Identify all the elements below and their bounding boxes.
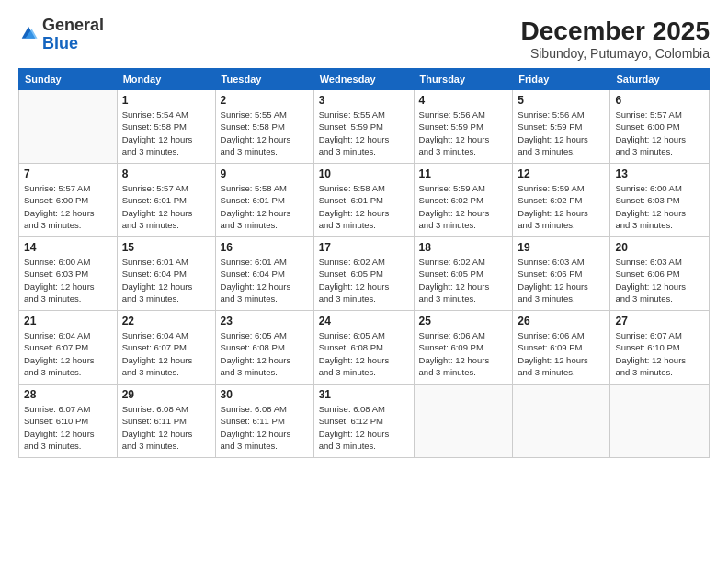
day-info: Sunrise: 6:06 AM Sunset: 6:09 PM Dayligh… <box>419 329 508 378</box>
day-info: Sunrise: 6:07 AM Sunset: 6:10 PM Dayligh… <box>24 403 112 452</box>
day-info: Sunrise: 5:59 AM Sunset: 6:02 PM Dayligh… <box>518 182 605 231</box>
day-number: 3 <box>319 94 409 107</box>
calendar-cell: 1Sunrise: 5:54 AM Sunset: 5:58 PM Daylig… <box>117 90 215 164</box>
day-info: Sunrise: 5:56 AM Sunset: 5:59 PM Dayligh… <box>518 109 605 157</box>
calendar-cell <box>414 385 513 458</box>
calendar-cell: 27Sunrise: 6:07 AM Sunset: 6:10 PM Dayli… <box>610 311 710 385</box>
weekday-thursday: Thursday <box>414 69 513 90</box>
week-row-3: 14Sunrise: 6:00 AM Sunset: 6:03 PM Dayli… <box>19 237 710 311</box>
calendar-cell: 21Sunrise: 6:04 AM Sunset: 6:07 PM Dayli… <box>19 311 118 385</box>
calendar-cell: 11Sunrise: 5:59 AM Sunset: 6:02 PM Dayli… <box>414 164 513 237</box>
calendar-cell: 12Sunrise: 5:59 AM Sunset: 6:02 PM Dayli… <box>513 164 610 237</box>
calendar-cell: 4Sunrise: 5:56 AM Sunset: 5:59 PM Daylig… <box>414 90 513 164</box>
day-info: Sunrise: 6:02 AM Sunset: 6:05 PM Dayligh… <box>319 256 409 304</box>
calendar-cell: 25Sunrise: 6:06 AM Sunset: 6:09 PM Dayli… <box>414 311 513 385</box>
day-number: 1 <box>122 94 210 107</box>
calendar-cell: 5Sunrise: 5:56 AM Sunset: 5:59 PM Daylig… <box>513 90 610 164</box>
calendar-cell: 18Sunrise: 6:02 AM Sunset: 6:05 PM Dayli… <box>414 237 513 311</box>
weekday-friday: Friday <box>513 69 610 90</box>
day-info: Sunrise: 6:04 AM Sunset: 6:07 PM Dayligh… <box>122 329 210 378</box>
logo: General Blue <box>18 17 104 53</box>
week-row-1: 1Sunrise: 5:54 AM Sunset: 5:58 PM Daylig… <box>19 90 710 164</box>
day-number: 23 <box>221 315 309 327</box>
day-number: 5 <box>518 94 605 107</box>
calendar-cell: 9Sunrise: 5:58 AM Sunset: 6:01 PM Daylig… <box>215 164 313 237</box>
day-info: Sunrise: 6:08 AM Sunset: 6:11 PM Dayligh… <box>221 403 309 452</box>
calendar-cell: 20Sunrise: 6:03 AM Sunset: 6:06 PM Dayli… <box>610 237 710 311</box>
calendar-header: Sunday Monday Tuesday Wednesday Thursday… <box>19 69 710 90</box>
calendar-cell: 10Sunrise: 5:58 AM Sunset: 6:01 PM Dayli… <box>313 164 414 237</box>
day-number: 29 <box>122 388 210 401</box>
day-info: Sunrise: 5:57 AM Sunset: 6:00 PM Dayligh… <box>615 109 704 157</box>
day-number: 10 <box>319 167 409 180</box>
day-number: 8 <box>122 167 210 180</box>
calendar-cell <box>610 385 710 458</box>
day-info: Sunrise: 5:58 AM Sunset: 6:01 PM Dayligh… <box>319 182 409 231</box>
calendar-cell: 28Sunrise: 6:07 AM Sunset: 6:10 PM Dayli… <box>19 385 118 458</box>
day-number: 22 <box>122 315 210 327</box>
day-info: Sunrise: 5:57 AM Sunset: 6:01 PM Dayligh… <box>122 182 210 231</box>
day-info: Sunrise: 6:05 AM Sunset: 6:08 PM Dayligh… <box>319 329 409 378</box>
day-number: 17 <box>319 241 409 254</box>
day-number: 13 <box>615 167 704 180</box>
day-info: Sunrise: 6:07 AM Sunset: 6:10 PM Dayligh… <box>615 329 704 378</box>
logo-text: General Blue <box>42 17 104 53</box>
calendar-body: 1Sunrise: 5:54 AM Sunset: 5:58 PM Daylig… <box>19 90 710 458</box>
day-info: Sunrise: 6:06 AM Sunset: 6:09 PM Dayligh… <box>518 329 605 378</box>
day-info: Sunrise: 6:00 AM Sunset: 6:03 PM Dayligh… <box>24 256 112 304</box>
title-block: December 2025 Sibundoy, Putumayo, Colomb… <box>521 17 710 61</box>
page: General Blue December 2025 Sibundoy, Put… <box>0 0 728 563</box>
day-number: 21 <box>24 315 112 327</box>
day-number: 6 <box>615 94 704 107</box>
day-info: Sunrise: 6:03 AM Sunset: 6:06 PM Dayligh… <box>615 256 704 304</box>
logo-general: General <box>42 16 104 34</box>
day-number: 4 <box>419 94 508 107</box>
day-info: Sunrise: 5:55 AM Sunset: 5:59 PM Dayligh… <box>319 109 409 157</box>
day-info: Sunrise: 6:00 AM Sunset: 6:03 PM Dayligh… <box>615 182 704 231</box>
day-number: 28 <box>24 388 112 401</box>
day-number: 16 <box>221 241 309 254</box>
calendar-cell: 14Sunrise: 6:00 AM Sunset: 6:03 PM Dayli… <box>19 237 118 311</box>
calendar-cell: 7Sunrise: 5:57 AM Sunset: 6:00 PM Daylig… <box>19 164 118 237</box>
calendar-cell: 15Sunrise: 6:01 AM Sunset: 6:04 PM Dayli… <box>117 237 215 311</box>
calendar-cell: 17Sunrise: 6:02 AM Sunset: 6:05 PM Dayli… <box>313 237 414 311</box>
day-info: Sunrise: 6:02 AM Sunset: 6:05 PM Dayligh… <box>419 256 508 304</box>
day-number: 12 <box>518 167 605 180</box>
day-number: 11 <box>419 167 508 180</box>
weekday-row: Sunday Monday Tuesday Wednesday Thursday… <box>19 69 710 90</box>
day-info: Sunrise: 5:56 AM Sunset: 5:59 PM Dayligh… <box>419 109 508 157</box>
logo-icon <box>18 23 39 43</box>
calendar-cell: 30Sunrise: 6:08 AM Sunset: 6:11 PM Dayli… <box>215 385 313 458</box>
day-number: 15 <box>122 241 210 254</box>
day-number: 18 <box>419 241 508 254</box>
day-info: Sunrise: 5:57 AM Sunset: 6:00 PM Dayligh… <box>24 182 112 231</box>
calendar-cell: 2Sunrise: 5:55 AM Sunset: 5:58 PM Daylig… <box>215 90 313 164</box>
calendar-cell <box>513 385 610 458</box>
calendar-cell: 13Sunrise: 6:00 AM Sunset: 6:03 PM Dayli… <box>610 164 710 237</box>
day-number: 27 <box>615 315 704 327</box>
day-info: Sunrise: 5:54 AM Sunset: 5:58 PM Dayligh… <box>122 109 210 157</box>
week-row-2: 7Sunrise: 5:57 AM Sunset: 6:00 PM Daylig… <box>19 164 710 237</box>
day-number: 31 <box>319 388 409 401</box>
day-info: Sunrise: 5:58 AM Sunset: 6:01 PM Dayligh… <box>221 182 309 231</box>
day-number: 26 <box>518 315 605 327</box>
calendar-cell: 26Sunrise: 6:06 AM Sunset: 6:09 PM Dayli… <box>513 311 610 385</box>
day-number: 19 <box>518 241 605 254</box>
day-info: Sunrise: 6:03 AM Sunset: 6:06 PM Dayligh… <box>518 256 605 304</box>
day-info: Sunrise: 6:08 AM Sunset: 6:11 PM Dayligh… <box>122 403 210 452</box>
weekday-saturday: Saturday <box>610 69 710 90</box>
day-info: Sunrise: 6:01 AM Sunset: 6:04 PM Dayligh… <box>122 256 210 304</box>
calendar-cell: 6Sunrise: 5:57 AM Sunset: 6:00 PM Daylig… <box>610 90 710 164</box>
weekday-sunday: Sunday <box>19 69 118 90</box>
calendar-cell: 31Sunrise: 6:08 AM Sunset: 6:12 PM Dayli… <box>313 385 414 458</box>
calendar-cell: 19Sunrise: 6:03 AM Sunset: 6:06 PM Dayli… <box>513 237 610 311</box>
day-info: Sunrise: 5:55 AM Sunset: 5:58 PM Dayligh… <box>221 109 309 157</box>
week-row-4: 21Sunrise: 6:04 AM Sunset: 6:07 PM Dayli… <box>19 311 710 385</box>
calendar-cell: 24Sunrise: 6:05 AM Sunset: 6:08 PM Dayli… <box>313 311 414 385</box>
day-number: 7 <box>24 167 112 180</box>
header: General Blue December 2025 Sibundoy, Put… <box>18 17 710 61</box>
calendar-cell: 29Sunrise: 6:08 AM Sunset: 6:11 PM Dayli… <box>117 385 215 458</box>
month-title: December 2025 <box>521 17 710 46</box>
day-info: Sunrise: 5:59 AM Sunset: 6:02 PM Dayligh… <box>419 182 508 231</box>
day-number: 20 <box>615 241 704 254</box>
